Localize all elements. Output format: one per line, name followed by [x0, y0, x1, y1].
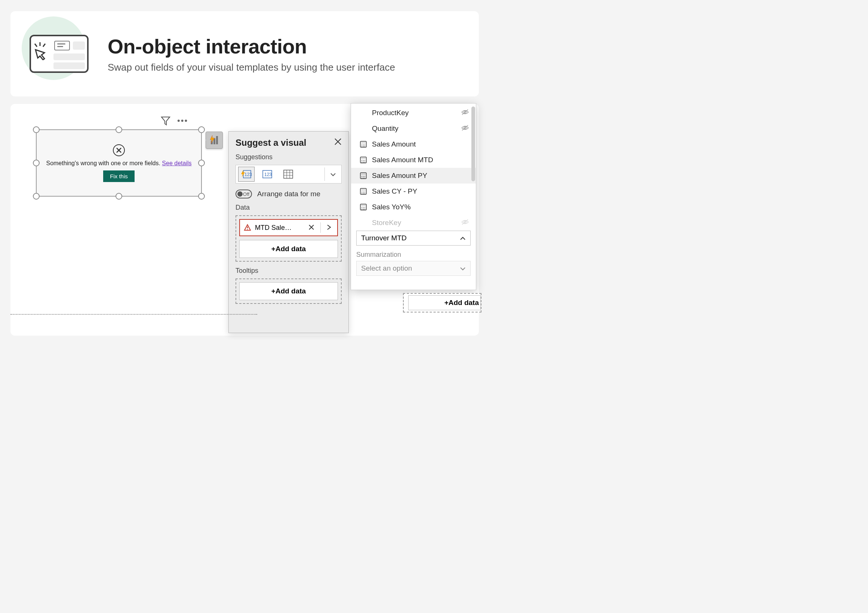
svg-point-43 — [363, 178, 364, 178]
calculator-icon — [359, 172, 367, 180]
suggestion-card-lightning-icon[interactable]: 123 — [238, 167, 254, 182]
calculator-icon — [359, 156, 367, 164]
field-item[interactable]: StoreKey — [351, 215, 476, 227]
add-tooltip-data-button[interactable]: +Add data — [239, 282, 338, 300]
svg-point-57 — [364, 207, 365, 208]
hidden-eye-icon — [461, 219, 469, 227]
page-subtitle: Swap out fields of your visual templates… — [108, 62, 395, 73]
svg-point-42 — [361, 178, 362, 178]
calculator-icon — [359, 203, 367, 211]
field-label: StoreKey — [372, 219, 401, 227]
data-fields-well[interactable]: MTD Sale… +Add data — [236, 215, 342, 262]
svg-point-23 — [361, 145, 362, 146]
field-item[interactable]: Quantity — [351, 121, 476, 136]
fields-list[interactable]: ProductKeyQuantitySales AmountSales Amou… — [351, 105, 476, 227]
svg-rect-22 — [361, 142, 366, 144]
header-card: On-object interaction Swap out fields of… — [11, 11, 479, 96]
field-item[interactable]: Sales Amount PY — [351, 168, 476, 184]
see-details-link[interactable]: See details — [162, 160, 191, 166]
page-title: On-object interaction — [108, 35, 395, 58]
suggestions-label: Suggestions — [236, 153, 342, 161]
resize-handle[interactable] — [33, 159, 40, 166]
rename-field-input[interactable]: Turnover MTD — [356, 231, 471, 246]
svg-point-28 — [364, 146, 365, 147]
field-item[interactable]: Sales Amount MTD — [351, 152, 476, 168]
svg-point-25 — [364, 145, 365, 146]
svg-point-39 — [361, 176, 362, 177]
svg-point-59 — [363, 209, 364, 210]
data-field-pill[interactable]: MTD Sale… — [239, 219, 338, 236]
field-item[interactable]: Sales YoY% — [351, 199, 476, 215]
error-icon — [113, 144, 125, 156]
add-data-button-secondary[interactable]: +Add data — [408, 295, 481, 310]
scrollbar[interactable] — [471, 107, 475, 181]
tooltips-section-label: Tooltips — [236, 267, 342, 275]
suggestion-table-icon[interactable] — [280, 167, 296, 182]
svg-point-47 — [361, 192, 362, 192]
resize-handle[interactable] — [33, 193, 40, 200]
svg-text:123: 123 — [264, 172, 272, 177]
svg-point-24 — [363, 145, 364, 146]
remove-field-icon[interactable] — [306, 223, 317, 232]
svg-point-49 — [364, 192, 365, 192]
resize-handle[interactable] — [116, 126, 122, 133]
svg-point-16 — [247, 229, 248, 230]
svg-point-58 — [361, 209, 362, 210]
resize-handle[interactable] — [116, 193, 122, 200]
warning-icon — [244, 224, 251, 231]
field-item[interactable]: ProductKey — [351, 105, 476, 121]
field-label: Sales Amount PY — [372, 172, 427, 180]
svg-point-31 — [361, 160, 362, 161]
header-text: On-object interaction Swap out fields of… — [108, 35, 395, 73]
suggestion-card-icon[interactable]: 123 — [259, 167, 276, 182]
svg-point-33 — [364, 160, 365, 161]
field-label: ProductKey — [372, 109, 409, 117]
secondary-fields-well[interactable]: +Add data — [403, 293, 482, 313]
chevron-up-icon[interactable] — [460, 234, 466, 242]
resize-handle[interactable] — [198, 126, 205, 133]
suggest-visual-panel: Suggest a visual Suggestions 123 123 Off… — [228, 131, 349, 333]
field-label: Sales CY - PY — [372, 187, 417, 195]
arrange-data-label: Arrange data for me — [257, 190, 320, 198]
svg-point-35 — [363, 162, 364, 163]
error-message: Something's wrong with one or more field… — [46, 160, 191, 167]
filter-icon[interactable] — [161, 116, 170, 125]
data-section-label: Data — [236, 204, 342, 212]
suggestion-picker: 123 123 — [236, 165, 342, 184]
add-data-button[interactable]: +Add data — [239, 240, 338, 258]
svg-point-56 — [363, 207, 364, 208]
svg-point-51 — [363, 193, 364, 194]
arrange-data-toggle[interactable]: Off — [236, 189, 252, 198]
data-pill-label: MTD Sale… — [255, 224, 302, 232]
svg-point-34 — [361, 162, 362, 163]
resize-handle[interactable] — [33, 126, 40, 133]
svg-rect-10 — [284, 170, 293, 178]
svg-point-26 — [361, 146, 362, 147]
fields-flyout: ProductKeyQuantitySales AmountSales Amou… — [350, 103, 476, 290]
summarization-select[interactable]: Select an option — [356, 261, 471, 276]
resize-handle[interactable] — [198, 193, 205, 200]
visual-placeholder[interactable]: Something's wrong with one or more field… — [36, 129, 202, 197]
svg-line-2 — [43, 44, 45, 47]
tooltips-fields-well[interactable]: +Add data — [236, 279, 342, 304]
cursor-click-icon — [33, 42, 50, 60]
resize-handle[interactable] — [198, 159, 205, 166]
suggest-visual-button[interactable] — [206, 132, 223, 149]
chevron-down-icon[interactable] — [325, 170, 341, 178]
calculator-icon — [359, 140, 367, 149]
chevron-right-icon[interactable] — [324, 223, 333, 232]
svg-rect-5 — [216, 136, 218, 144]
svg-point-41 — [364, 176, 365, 177]
more-icon[interactable]: ••• — [177, 116, 188, 125]
svg-point-40 — [363, 176, 364, 177]
svg-text:123: 123 — [245, 172, 252, 177]
suggest-panel-title: Suggest a visual — [236, 138, 306, 148]
svg-point-44 — [364, 178, 365, 178]
svg-point-50 — [361, 193, 362, 194]
svg-point-48 — [363, 192, 364, 192]
field-label: Quantity — [372, 124, 398, 133]
field-item[interactable]: Sales CY - PY — [351, 184, 476, 199]
fix-this-button[interactable]: Fix this — [103, 170, 135, 182]
close-icon[interactable] — [334, 138, 342, 148]
field-item[interactable]: Sales Amount — [351, 136, 476, 152]
